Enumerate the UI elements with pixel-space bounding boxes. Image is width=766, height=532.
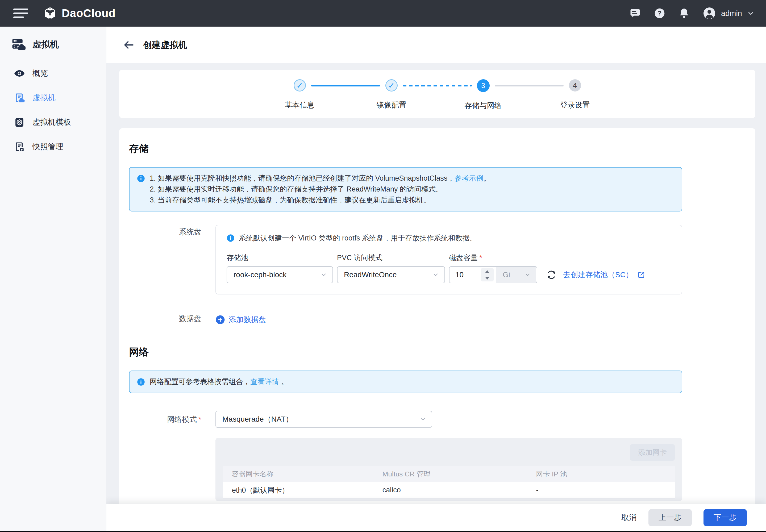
username: admin <box>721 9 742 18</box>
capacity-group: Gi <box>449 266 537 283</box>
system-disk-hint: 系统默认创建一个 VirtIO 类型的 rootfs 系统盘，用于存放操作系统和… <box>227 233 671 243</box>
previous-step-button[interactable]: 上一步 <box>648 509 692 526</box>
external-link-icon <box>637 271 645 279</box>
create-storage-pool-link[interactable]: 去创建存储池（SC） <box>563 270 645 280</box>
step3-number: 3 <box>477 79 490 92</box>
back-arrow-icon[interactable] <box>123 39 135 51</box>
add-nic-button[interactable]: 添加网卡 <box>630 444 675 461</box>
sidebar-item-overview[interactable]: 概览 <box>0 61 106 86</box>
capacity-unit-select[interactable]: Gi <box>496 267 536 283</box>
chevron-down-icon <box>320 271 327 278</box>
access-mode-select[interactable]: ReadWriteOnce <box>337 266 445 283</box>
chevron-down-icon <box>432 271 439 278</box>
step2-check-icon: ✓ <box>385 79 398 92</box>
info-icon <box>137 174 145 206</box>
message-icon[interactable] <box>630 8 641 19</box>
chevron-down-icon <box>747 10 754 17</box>
stepper-card: ✓ 基本信息 ✓ 镜像配置 3 存储与网络 4 登录设置 <box>119 70 755 118</box>
table-row: eth0（默认网卡） calico - <box>223 482 675 498</box>
content: ✓ 基本信息 ✓ 镜像配置 3 存储与网络 4 登录设置 <box>106 63 766 504</box>
storage-notice: 1. 如果需要使用克隆和快照功能，请确保您的存储池已经创建了对应的 Volume… <box>129 167 682 211</box>
step-storage-network[interactable]: 3 存储与网络 <box>437 79 529 111</box>
stepper-down-icon[interactable] <box>481 275 494 281</box>
stepper-up-icon[interactable] <box>481 268 494 275</box>
capacity-stepper[interactable] <box>481 268 494 281</box>
vm-module-icon <box>11 37 26 52</box>
network-mode-label: 网络模式* <box>129 411 215 428</box>
step-login-settings[interactable]: 4 登录设置 <box>529 79 621 111</box>
refresh-icon[interactable] <box>546 269 557 280</box>
required-asterisk: * <box>198 415 201 423</box>
add-data-disk-link[interactable]: 添加数据盘 <box>215 314 682 325</box>
info-icon <box>137 378 145 387</box>
vm-doc-cloud-icon <box>14 92 25 103</box>
required-asterisk: * <box>479 253 482 262</box>
step1-check-icon: ✓ <box>294 79 306 92</box>
capacity-input[interactable] <box>449 267 481 283</box>
notice-line-3: 3. 当前存储类型可能不支持热增减磁盘，为确保数据准确性，建议在更新后重启虚拟机… <box>150 195 490 206</box>
notice-line-2: 2. 如果需要使用实时迁移功能，请确保您的存储支持并选择了 ReadWriteM… <box>150 184 490 195</box>
template-cube-icon <box>14 117 25 128</box>
wizard-footer: 取消 上一步 下一步 <box>106 504 766 531</box>
top-navbar: DaoCloud ? admin <box>0 0 766 27</box>
snapshot-icon <box>14 141 25 152</box>
view-details-link[interactable]: 查看详情 <box>250 378 279 386</box>
network-mode-select[interactable]: Masquerade（NAT） <box>215 411 432 428</box>
network-notice-text: 网络配置可参考表格按需组合，查看详情 。 <box>150 376 288 387</box>
step-image-config[interactable]: ✓ 镜像配置 <box>345 79 437 111</box>
network-notice: 网络配置可参考表格按需组合，查看详情 。 <box>129 371 682 393</box>
sidebar-nav: 概览 虚拟机 虚拟机模板 <box>0 61 106 159</box>
page-title: 创建虚拟机 <box>143 39 187 51</box>
menu-toggle-icon[interactable] <box>13 7 28 19</box>
chevron-down-icon <box>419 416 426 423</box>
system-disk-panel: 系统默认创建一个 VirtIO 类型的 rootfs 系统盘，用于存放操作系统和… <box>215 225 682 294</box>
screen-bottom-edge <box>0 531 766 532</box>
step4-number: 4 <box>569 79 581 92</box>
stepper-connector-done <box>311 85 380 86</box>
daocloud-cube-icon <box>43 6 57 20</box>
storage-section-title: 存储 <box>129 142 682 155</box>
network-mode-row: 网络模式* Masquerade（NAT） <box>129 411 682 428</box>
nic-table-row: 添加网卡 容器网卡名称 Multus CR 管理 网卡 IP 池 eth0（默认… <box>129 441 682 501</box>
step-basic-info[interactable]: ✓ 基本信息 <box>254 79 345 111</box>
sidebar-item-virtual-machines[interactable]: 虚拟机 <box>0 86 106 110</box>
wizard-stepper: ✓ 基本信息 ✓ 镜像配置 3 存储与网络 4 登录设置 <box>254 79 621 118</box>
main-area: 创建虚拟机 ✓ 基本信息 ✓ 镜像配置 3 <box>106 27 766 532</box>
nic-panel: 添加网卡 容器网卡名称 Multus CR 管理 网卡 IP 池 eth0（默认… <box>215 438 682 501</box>
brand-logo[interactable]: DaoCloud <box>43 6 115 20</box>
info-icon <box>227 234 235 242</box>
cancel-button[interactable]: 取消 <box>621 512 637 523</box>
storage-pool-label: 存储池 <box>227 253 333 262</box>
data-disk-label: 数据盘 <box>129 314 215 325</box>
page-header: 创建虚拟机 <box>106 27 766 63</box>
network-section-title: 网络 <box>129 346 682 359</box>
sidebar: 虚拟机 概览 虚拟机 <box>0 27 106 532</box>
svg-text:?: ? <box>658 10 662 17</box>
storage-pool-select[interactable]: rook-ceph-block <box>227 266 333 283</box>
reference-example-link[interactable]: 参考示例 <box>455 174 483 182</box>
sidebar-item-vm-templates[interactable]: 虚拟机模板 <box>0 110 106 135</box>
form-card: 存储 1. 如果需要使用克隆和快照功能，请确保您的存储池已经创建了对应的 Vol… <box>119 128 755 504</box>
chevron-down-icon <box>524 272 531 278</box>
multus-cr-cell: calico <box>373 486 527 494</box>
nic-name-cell: eth0（默认网卡） <box>223 485 373 495</box>
ip-pool-cell: - <box>527 486 675 494</box>
access-mode-label: PVC 访问模式 <box>337 253 445 262</box>
capacity-label: 磁盘容量* <box>449 253 537 262</box>
brand-name: DaoCloud <box>62 7 115 20</box>
avatar <box>703 7 716 20</box>
nic-table-header: 容器网卡名称 Multus CR 管理 网卡 IP 池 <box>223 466 675 482</box>
data-disk-row: 数据盘 添加数据盘 <box>129 314 682 325</box>
notice-line-1: 1. 如果需要使用克隆和快照功能，请确保您的存储池已经创建了对应的 Volume… <box>150 173 490 184</box>
sidebar-title: 虚拟机 <box>32 39 59 51</box>
next-step-button[interactable]: 下一步 <box>703 509 747 526</box>
eye-icon <box>14 68 25 79</box>
sidebar-item-snapshots[interactable]: 快照管理 <box>0 135 106 159</box>
stepper-connector-dashed <box>403 85 472 86</box>
system-disk-row: 系统盘 系统默认创建一个 VirtIO 类型的 rootfs 系统盘，用于存放操… <box>129 225 682 294</box>
sidebar-header: 虚拟机 <box>0 27 106 61</box>
notifications-bell-icon[interactable] <box>678 8 690 19</box>
nic-table: 容器网卡名称 Multus CR 管理 网卡 IP 池 eth0（默认网卡） c… <box>223 466 675 498</box>
user-menu[interactable]: admin <box>703 7 754 20</box>
help-icon[interactable]: ? <box>654 8 665 19</box>
